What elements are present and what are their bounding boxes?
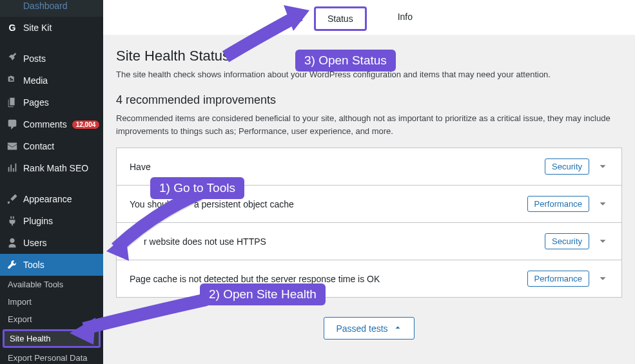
chevron-down-icon [597,236,609,247]
submenu-export-personal-data[interactable]: Export Personal Data [0,349,103,364]
menu-label: Contact [23,141,97,151]
menu-label: Appearance [23,194,97,204]
media-icon [6,75,18,86]
tab-status[interactable]: Status [314,6,367,31]
chevron-down-icon [597,273,609,285]
menu-label: Tools [23,260,97,270]
menu-item-tools[interactable]: Tools [0,254,103,276]
menu-item-dashboard[interactable]: Dashboard [0,0,103,17]
annotation-step3: 3) Open Status [295,50,396,72]
menu-item-plugins[interactable]: Plugins [0,210,103,232]
category-chip: Security [545,233,589,249]
row-title: Have [130,162,545,172]
row-title: Page cache is not detected but the serve… [130,274,527,284]
improvement-row[interactable]: Page cache is not detected but the serve… [117,260,621,297]
menu-item-rank-math[interactable]: Rank Math SEO [0,157,103,179]
menu-label: Posts [23,53,97,64]
annotation-step2: 2) Open Site Health [200,283,326,305]
brush-icon [6,193,18,205]
passed-tests-button[interactable]: Passed tests [324,317,414,340]
section-title: 4 recommended improvements [116,93,622,107]
pin-icon [6,53,18,64]
chevron-down-icon [597,198,609,210]
comment-icon [6,119,18,130]
page-icon [6,97,18,108]
chevron-up-icon [393,323,402,334]
menu-label: Media [23,75,97,86]
wrench-icon [6,259,18,271]
user-icon [6,237,18,249]
menu-item-users[interactable]: Users [0,232,103,254]
menu-item-comments[interactable]: Comments 12,004 [0,113,103,135]
plug-icon [6,215,18,227]
menu-item-pages[interactable]: Pages [0,91,103,113]
menu-label: Plugins [23,216,97,226]
menu-label: Users [23,238,97,248]
menu-label: Dashboard [23,1,97,11]
tab-bar: Status Info [103,0,635,35]
chart-icon [6,162,18,174]
menu-item-media[interactable]: Media [0,70,103,91]
mail-icon [6,140,18,152]
dashboard-icon [6,0,18,12]
submenu-available-tools[interactable]: Available Tools [0,276,103,293]
menu-item-appearance[interactable]: Appearance [0,188,103,210]
menu-item-site-kit[interactable]: G Site Kit [0,17,103,39]
menu-item-contact[interactable]: Contact [0,135,103,157]
tab-info[interactable]: Info [386,6,424,31]
google-g-icon: G [6,22,18,34]
menu-label: Pages [23,97,97,108]
menu-label: Rank Math SEO [23,163,97,173]
section-description: Recommended items are considered benefic… [116,112,622,137]
annotation-step1: 1) Go to Tools [150,177,244,199]
comments-count-badge: 12,004 [72,120,100,129]
passed-label: Passed tests [336,323,387,334]
category-chip: Performance [527,271,589,287]
category-chip: Performance [527,196,589,212]
menu-label: Comments [23,119,67,129]
category-chip: Security [545,158,589,175]
menu-item-posts[interactable]: Posts [0,48,103,70]
svg-marker-1 [70,318,95,345]
menu-label: Site Kit [23,23,97,33]
annotation-arrow [64,293,213,345]
chevron-down-icon [597,161,609,173]
